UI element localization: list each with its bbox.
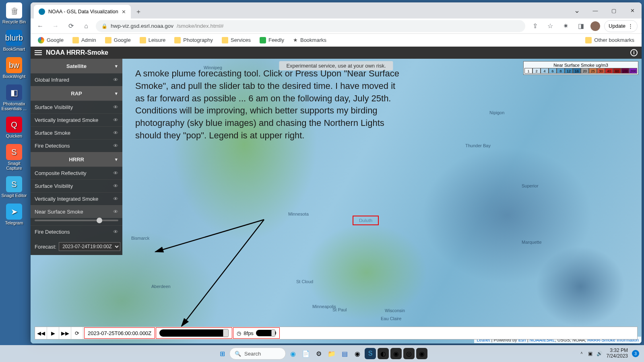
eye-icon[interactable]: 👁: [113, 104, 118, 110]
bookmark-item[interactable]: Google: [102, 35, 134, 45]
shield-icon[interactable]: S: [365, 348, 376, 359]
tray-chevron-icon[interactable]: ＾: [579, 350, 584, 357]
desktop-icon[interactable]: ◧Photomatix Essentials ...: [1, 84, 27, 111]
hamburger-icon[interactable]: [35, 50, 42, 55]
desktop-icon[interactable]: SSnagit Capture: [1, 144, 27, 171]
forecast-row: Forecast:2023-07-24T19:00:00Z: [31, 238, 122, 255]
bookmark-item[interactable]: ★Bookmarks: [290, 35, 330, 45]
start-button[interactable]: ⊞: [217, 348, 228, 359]
app-icon-1[interactable]: ◐: [378, 348, 389, 359]
info-icon[interactable]: i: [630, 49, 638, 56]
layer-sidebar: Satellite▾Global Infrared👁RAP▾Surface Vi…: [31, 59, 122, 255]
layer-item[interactable]: Vertically Integrated Smoke👁: [31, 113, 122, 126]
legend-segment: 60: [613, 68, 621, 74]
playback-bar: ◀◀ ▶ ▶▶ ⟳ 2023-07-25T06:00:00.000Z ◷ 8fp…: [35, 327, 638, 339]
play-button[interactable]: ▶: [47, 327, 59, 339]
slider-thumb[interactable]: [97, 218, 102, 223]
eye-icon[interactable]: 👁: [113, 183, 118, 189]
desktop-icon[interactable]: bwBookWright: [1, 57, 27, 79]
eye-icon[interactable]: 👁: [113, 170, 118, 176]
eye-icon[interactable]: 👁: [113, 130, 118, 136]
fps-slider-thumb[interactable]: [271, 329, 275, 337]
bookmark-item[interactable]: Services: [219, 35, 254, 45]
opacity-slider[interactable]: [35, 220, 118, 221]
app-icon-4[interactable]: ◉: [416, 348, 427, 359]
legend-segment: 2: [533, 68, 541, 74]
step-back-button[interactable]: ◀◀: [35, 327, 47, 339]
layer-item[interactable]: Global Infrared👁: [31, 73, 122, 86]
taskbar-search[interactable]: 🔍 Search: [229, 348, 286, 360]
desktop-icon[interactable]: SSnagit Editor: [1, 176, 27, 198]
eye-icon[interactable]: 👁: [113, 229, 118, 235]
back-button[interactable]: ←: [35, 21, 46, 32]
time-slider-thumb[interactable]: [223, 329, 229, 337]
explorer-icon[interactable]: 📁: [326, 348, 337, 359]
clock[interactable]: 3:32 PM7/24/2023: [607, 348, 628, 359]
url-host: hwp-viz.gsd.esrl.noaa.gov: [111, 23, 173, 29]
layer-item[interactable]: Near Surface Smoke👁: [31, 205, 122, 218]
app-viewport: NOAA HRRR-Smoke i Satellite▾Global Infra…: [31, 47, 642, 343]
app-icon-2[interactable]: ◉: [390, 348, 402, 359]
desktop-icon[interactable]: ➤Telegram: [1, 204, 27, 225]
maximize-button[interactable]: ▢: [605, 2, 623, 19]
address-field[interactable]: 🔒 hwp-viz.gsd.esrl.noaa.gov/smoke/index.…: [96, 20, 525, 32]
group-header[interactable]: HRRR▾: [31, 152, 122, 167]
bookmark-item[interactable]: Admin: [69, 35, 99, 45]
star-icon[interactable]: ☆: [545, 21, 556, 32]
eye-icon[interactable]: 👁: [113, 209, 118, 215]
sidepanel-icon[interactable]: ◨: [575, 21, 586, 32]
layer-item[interactable]: Surface Visibility👁: [31, 179, 122, 192]
map-label: Nipigon: [489, 110, 504, 115]
eye-icon[interactable]: 👁: [113, 117, 118, 123]
chrome-icon[interactable]: ◉: [352, 348, 363, 359]
eye-icon[interactable]: 👁: [113, 77, 118, 83]
settings-icon[interactable]: ⚙: [313, 348, 324, 359]
layer-item[interactable]: Fire Detections👁: [31, 225, 122, 238]
new-tab-button[interactable]: ＋: [132, 6, 144, 18]
share-icon[interactable]: ⇪: [529, 21, 541, 32]
bookmark-item[interactable]: Photography: [171, 35, 216, 45]
app-icon-3[interactable]: ◎: [403, 348, 415, 359]
tray-cast-icon[interactable]: ▣: [588, 351, 592, 356]
legend-segment: 30: [597, 68, 605, 74]
browser-tab[interactable]: NOAA - GSL Data Visualization ✕: [34, 5, 131, 19]
layer-item[interactable]: Vertically Integrated Smoke👁: [31, 192, 122, 205]
bookmark-item[interactable]: Leisure: [136, 35, 169, 45]
desktop-icon[interactable]: QQuicken: [1, 117, 27, 138]
step-forward-button[interactable]: ▶▶: [59, 327, 71, 339]
profile-avatar[interactable]: [590, 21, 600, 31]
close-tab-icon[interactable]: ✕: [122, 9, 126, 15]
eye-icon[interactable]: 👁: [113, 143, 118, 149]
desktop: 🗑Recycle BinblurbBookSmartbwBookWright◧P…: [0, 0, 28, 346]
group-header[interactable]: RAP▾: [31, 86, 122, 101]
bing-icon[interactable]: ◉: [287, 348, 299, 359]
file-icon[interactable]: 📄: [300, 348, 312, 359]
other-bookmarks[interactable]: Other bookmarks: [582, 35, 638, 45]
close-window-button[interactable]: ✕: [623, 2, 642, 19]
update-button[interactable]: Update⋮: [604, 20, 638, 32]
group-header[interactable]: Satellite▾: [31, 59, 122, 73]
bookmark-item[interactable]: Google: [35, 35, 67, 45]
notepad-icon[interactable]: ▤: [339, 348, 350, 359]
extensions-icon[interactable]: ✷: [560, 21, 571, 32]
reload-button[interactable]: ⟳: [65, 21, 76, 32]
home-button[interactable]: ⌂: [80, 21, 92, 32]
layer-item[interactable]: Composite Reflectivity👁: [31, 167, 122, 179]
forecast-select[interactable]: 2023-07-24T19:00:00Z: [59, 242, 120, 251]
layer-item[interactable]: Fire Detections👁: [31, 139, 122, 152]
time-slider[interactable]: [159, 329, 229, 337]
chevron-down-icon[interactable]: ⌄: [568, 2, 586, 19]
notification-badge[interactable]: 3: [632, 350, 639, 357]
layer-item[interactable]: Surface Visibility👁: [31, 101, 122, 113]
forward-button[interactable]: →: [50, 21, 61, 32]
bookmark-item[interactable]: Feedly: [256, 35, 287, 45]
tray-volume-icon[interactable]: 🔊: [597, 351, 603, 356]
layer-item[interactable]: Surface Smoke👁: [31, 126, 122, 139]
desktop-icon[interactable]: 🗑Recycle Bin: [1, 2, 27, 24]
legend-segment: 1: [524, 68, 533, 74]
fps-slider[interactable]: [256, 330, 276, 336]
eye-icon[interactable]: 👁: [113, 196, 118, 202]
refresh-button[interactable]: ⟳: [71, 327, 83, 339]
minimize-button[interactable]: —: [586, 2, 605, 19]
desktop-icon[interactable]: blurbBookSmart: [1, 30, 27, 51]
